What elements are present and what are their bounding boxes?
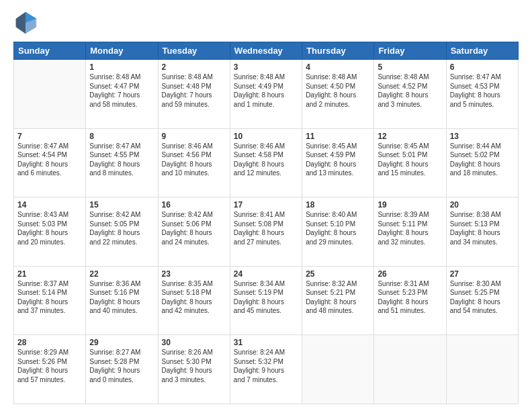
day-info: Sunrise: 8:29 AM Sunset: 5:26 PM Dayligh… — [17, 348, 82, 384]
day-number: 28 — [17, 338, 82, 347]
day-cell-8: 8Sunrise: 8:47 AM Sunset: 4:55 PM Daylig… — [86, 128, 158, 197]
day-info: Sunrise: 8:26 AM Sunset: 5:30 PM Dayligh… — [162, 348, 226, 384]
day-info: Sunrise: 8:48 AM Sunset: 4:48 PM Dayligh… — [162, 73, 226, 109]
day-number: 12 — [378, 132, 442, 141]
day-cell-4: 4Sunrise: 8:48 AM Sunset: 4:50 PM Daylig… — [302, 60, 374, 129]
day-number: 29 — [89, 338, 154, 347]
day-info: Sunrise: 8:47 AM Sunset: 4:54 PM Dayligh… — [17, 142, 82, 178]
day-cell-18: 18Sunrise: 8:40 AM Sunset: 5:10 PM Dayli… — [302, 197, 374, 267]
day-info: Sunrise: 8:45 AM Sunset: 5:01 PM Dayligh… — [378, 142, 442, 178]
weekday-header-sunday: Sunday — [14, 42, 86, 60]
day-number: 27 — [450, 269, 515, 279]
day-number: 16 — [162, 200, 226, 210]
day-number: 7 — [17, 132, 82, 141]
day-cell-25: 25Sunrise: 8:32 AM Sunset: 5:21 PM Dayli… — [302, 266, 374, 335]
day-cell-7: 7Sunrise: 8:47 AM Sunset: 4:54 PM Daylig… — [14, 128, 86, 197]
day-number: 6 — [450, 62, 515, 72]
day-cell-23: 23Sunrise: 8:35 AM Sunset: 5:18 PM Dayli… — [158, 266, 230, 335]
day-number: 3 — [234, 62, 298, 72]
day-number: 19 — [378, 200, 442, 210]
day-info: Sunrise: 8:42 AM Sunset: 5:05 PM Dayligh… — [89, 210, 154, 246]
day-info: Sunrise: 8:40 AM Sunset: 5:10 PM Dayligh… — [306, 210, 370, 246]
day-number: 18 — [306, 200, 370, 210]
day-cell-12: 12Sunrise: 8:45 AM Sunset: 5:01 PM Dayli… — [374, 128, 446, 197]
week-row-1: 1Sunrise: 8:48 AM Sunset: 4:47 PM Daylig… — [14, 60, 519, 129]
day-info: Sunrise: 8:46 AM Sunset: 4:58 PM Dayligh… — [234, 142, 298, 178]
day-cell-16: 16Sunrise: 8:42 AM Sunset: 5:06 PM Dayli… — [158, 197, 230, 267]
day-number: 8 — [89, 132, 154, 141]
day-info: Sunrise: 8:36 AM Sunset: 5:16 PM Dayligh… — [89, 279, 154, 316]
day-cell-3: 3Sunrise: 8:48 AM Sunset: 4:49 PM Daylig… — [230, 60, 302, 129]
day-info: Sunrise: 8:38 AM Sunset: 5:13 PM Dayligh… — [450, 210, 515, 246]
day-cell-27: 27Sunrise: 8:30 AM Sunset: 5:25 PM Dayli… — [446, 266, 518, 335]
calendar-table: SundayMondayTuesdayWednesdayThursdayFrid… — [13, 42, 519, 404]
weekday-header-row: SundayMondayTuesdayWednesdayThursdayFrid… — [14, 42, 519, 60]
weekday-header-tuesday: Tuesday — [158, 42, 230, 60]
weekday-header-friday: Friday — [374, 42, 446, 60]
day-info: Sunrise: 8:43 AM Sunset: 5:03 PM Dayligh… — [17, 210, 82, 246]
empty-cell — [374, 335, 446, 404]
day-number: 10 — [234, 132, 298, 141]
day-number: 1 — [89, 62, 154, 72]
day-info: Sunrise: 8:48 AM Sunset: 4:49 PM Dayligh… — [234, 73, 298, 109]
day-cell-30: 30Sunrise: 8:26 AM Sunset: 5:30 PM Dayli… — [158, 335, 230, 404]
day-number: 25 — [306, 269, 370, 279]
header — [13, 11, 519, 35]
day-number: 30 — [162, 338, 226, 347]
day-info: Sunrise: 8:42 AM Sunset: 5:06 PM Dayligh… — [162, 210, 226, 246]
day-cell-5: 5Sunrise: 8:48 AM Sunset: 4:52 PM Daylig… — [374, 60, 446, 129]
day-cell-29: 29Sunrise: 8:27 AM Sunset: 5:28 PM Dayli… — [86, 335, 158, 404]
day-cell-13: 13Sunrise: 8:44 AM Sunset: 5:02 PM Dayli… — [446, 128, 518, 197]
day-cell-6: 6Sunrise: 8:47 AM Sunset: 4:53 PM Daylig… — [446, 60, 518, 129]
day-cell-17: 17Sunrise: 8:41 AM Sunset: 5:08 PM Dayli… — [230, 197, 302, 267]
day-cell-26: 26Sunrise: 8:31 AM Sunset: 5:23 PM Dayli… — [374, 266, 446, 335]
day-cell-22: 22Sunrise: 8:36 AM Sunset: 5:16 PM Dayli… — [86, 266, 158, 335]
weekday-header-saturday: Saturday — [446, 42, 518, 60]
day-info: Sunrise: 8:46 AM Sunset: 4:56 PM Dayligh… — [162, 142, 226, 178]
day-number: 15 — [89, 200, 154, 210]
day-cell-9: 9Sunrise: 8:46 AM Sunset: 4:56 PM Daylig… — [158, 128, 230, 197]
day-info: Sunrise: 8:47 AM Sunset: 4:53 PM Dayligh… — [450, 73, 515, 109]
day-cell-19: 19Sunrise: 8:39 AM Sunset: 5:11 PM Dayli… — [374, 197, 446, 267]
day-info: Sunrise: 8:30 AM Sunset: 5:25 PM Dayligh… — [450, 279, 515, 316]
day-number: 21 — [17, 269, 82, 279]
day-number: 11 — [306, 132, 370, 141]
day-cell-11: 11Sunrise: 8:45 AM Sunset: 4:59 PM Dayli… — [302, 128, 374, 197]
day-number: 23 — [162, 269, 226, 279]
day-number: 24 — [234, 269, 298, 279]
weekday-header-wednesday: Wednesday — [230, 42, 302, 60]
logo — [13, 11, 40, 35]
day-cell-1: 1Sunrise: 8:48 AM Sunset: 4:47 PM Daylig… — [86, 60, 158, 129]
day-cell-2: 2Sunrise: 8:48 AM Sunset: 4:48 PM Daylig… — [158, 60, 230, 129]
day-info: Sunrise: 8:35 AM Sunset: 5:18 PM Dayligh… — [162, 279, 226, 316]
day-cell-10: 10Sunrise: 8:46 AM Sunset: 4:58 PM Dayli… — [230, 128, 302, 197]
day-info: Sunrise: 8:34 AM Sunset: 5:19 PM Dayligh… — [234, 279, 298, 316]
day-cell-20: 20Sunrise: 8:38 AM Sunset: 5:13 PM Dayli… — [446, 197, 518, 267]
day-number: 17 — [234, 200, 298, 210]
day-info: Sunrise: 8:24 AM Sunset: 5:32 PM Dayligh… — [234, 348, 298, 384]
day-info: Sunrise: 8:44 AM Sunset: 5:02 PM Dayligh… — [450, 142, 515, 178]
week-row-3: 14Sunrise: 8:43 AM Sunset: 5:03 PM Dayli… — [14, 197, 519, 267]
day-number: 4 — [306, 62, 370, 72]
week-row-2: 7Sunrise: 8:47 AM Sunset: 4:54 PM Daylig… — [14, 128, 519, 197]
page: SundayMondayTuesdayWednesdayThursdayFrid… — [0, 0, 532, 411]
day-info: Sunrise: 8:27 AM Sunset: 5:28 PM Dayligh… — [89, 348, 154, 384]
logo-icon — [13, 11, 38, 35]
day-cell-15: 15Sunrise: 8:42 AM Sunset: 5:05 PM Dayli… — [86, 197, 158, 267]
day-number: 14 — [17, 200, 82, 210]
day-info: Sunrise: 8:37 AM Sunset: 5:14 PM Dayligh… — [17, 279, 82, 316]
day-number: 22 — [89, 269, 154, 279]
day-cell-24: 24Sunrise: 8:34 AM Sunset: 5:19 PM Dayli… — [230, 266, 302, 335]
day-cell-21: 21Sunrise: 8:37 AM Sunset: 5:14 PM Dayli… — [14, 266, 86, 335]
week-row-4: 21Sunrise: 8:37 AM Sunset: 5:14 PM Dayli… — [14, 266, 519, 335]
weekday-header-monday: Monday — [86, 42, 158, 60]
weekday-header-thursday: Thursday — [302, 42, 374, 60]
day-number: 26 — [378, 269, 442, 279]
day-number: 5 — [378, 62, 442, 72]
day-info: Sunrise: 8:48 AM Sunset: 4:50 PM Dayligh… — [306, 73, 370, 109]
day-info: Sunrise: 8:48 AM Sunset: 4:52 PM Dayligh… — [378, 73, 442, 109]
day-number: 31 — [234, 338, 298, 347]
empty-cell — [14, 60, 86, 129]
day-info: Sunrise: 8:47 AM Sunset: 4:55 PM Dayligh… — [89, 142, 154, 178]
day-number: 13 — [450, 132, 515, 141]
